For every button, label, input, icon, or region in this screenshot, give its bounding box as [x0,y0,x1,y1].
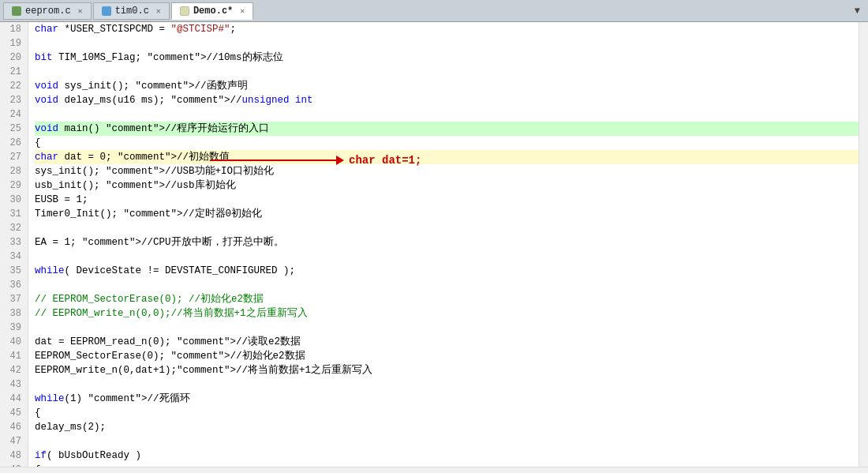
tab-overflow-arrow[interactable]: ▼ [850,6,865,17]
code-line-41: EEPROM_SectorErase(0); "comment">//初始化e2… [35,349,859,363]
code-line-48: if( bUsbOutReady ) [35,449,859,463]
code-line-49: { [35,463,859,467]
code-line-43 [35,377,859,392]
code-line-26: { [35,136,859,150]
tab-tim0[interactable]: tim0.c ✕ [93,2,170,20]
code-line-21 [35,65,859,79]
code-lines[interactable]: char *USER_STCISPCMD = "@STCISP#"; bit T… [28,22,859,467]
code-line-24 [35,107,859,122]
code-line-25: void main() "comment">//程序开始运行的入口 [35,122,859,136]
code-line-37: // EEPROM_SectorErase(0); //初始化e2数据 [35,292,859,306]
code-line-23: void delay_ms(u16 ms); "comment">//unsig… [35,93,859,107]
tab-bar: eeprom.c ✕ tim0.c ✕ Demo.c* ✕ ▼ [0,0,868,22]
code-line-39 [35,321,859,335]
code-area: 1819202122232425262728293031323334353637… [0,22,868,473]
tab-close-tim0[interactable]: ✕ [156,6,161,16]
tab-eeprom[interactable]: eeprom.c ✕ [3,2,92,20]
code-line-36 [35,278,859,292]
code-line-19 [35,36,859,51]
code-line-44: while(1) "comment">//死循环 [35,392,859,406]
tab-label-demo: Demo.c* [193,6,233,17]
tab-icon-demo [180,6,189,16]
tab-icon-tim0 [102,6,111,16]
code-line-28: sys_init(); "comment">//USB功能+IO口初始化 [35,164,859,178]
code-line-47 [35,434,859,449]
code-line-45: { [35,406,859,420]
code-line-27: char dat = 0; "comment">//初始数值 [35,150,859,164]
bottom-bar [0,467,868,473]
code-line-42: EEPROM_write_n(0,dat+1);"comment">//将当前数… [35,363,859,377]
code-line-22: void sys_init(); "comment">//函数声明 [35,79,859,93]
code-line-31: Timer0_Init(); "comment">//定时器0初始化 [35,207,859,221]
code-line-46: delay_ms(2); [35,420,859,434]
tab-label-eeprom: eeprom.c [25,6,71,17]
line-numbers: 1819202122232425262728293031323334353637… [0,22,28,467]
scrollbar[interactable] [859,22,868,467]
code-line-30: EUSB = 1; [35,193,859,207]
code-line-34 [35,250,859,264]
code-content: 1819202122232425262728293031323334353637… [0,22,868,467]
tab-close-eeprom[interactable]: ✕ [78,6,83,16]
tab-icon-eeprom [12,6,21,16]
tab-label-tim0: tim0.c [115,6,149,17]
code-line-32 [35,221,859,235]
tab-demo[interactable]: Demo.c* ✕ [171,2,253,20]
code-line-40: dat = EEPROM_read_n(0); "comment">//读取e2… [35,335,859,349]
code-line-35: while( DeviceState != DEVSTATE_CONFIGURE… [35,264,859,278]
code-line-18: char *USER_STCISPCMD = "@STCISP#"; [35,22,859,36]
tab-close-demo[interactable]: ✕ [240,6,245,16]
code-line-20: bit TIM_10MS_Flag; "comment">//10ms的标志位 [35,51,859,65]
code-line-33: EA = 1; "comment">//CPU开放中断，打开总中断。 [35,235,859,250]
code-line-38: // EEPROM_write_n(0,0);//将当前数据+1之后重新写入 [35,306,859,321]
code-line-29: usb_init(); "comment">//usb库初始化 [35,178,859,193]
